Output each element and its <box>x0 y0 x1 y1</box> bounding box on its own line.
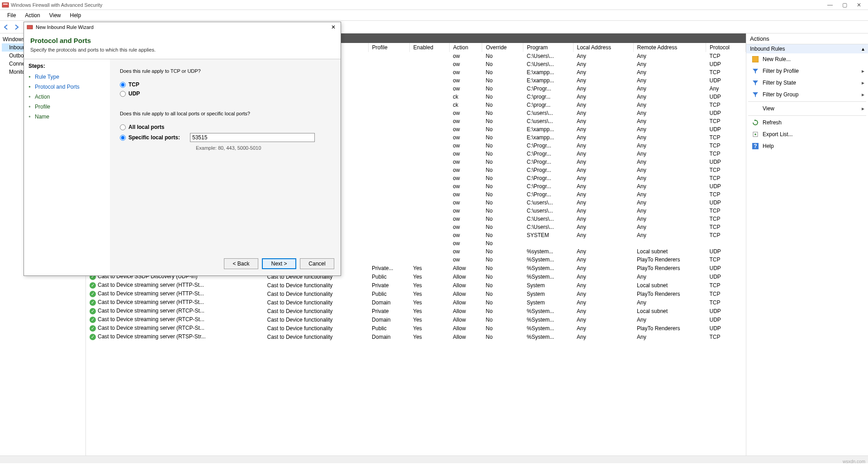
collapse-icon[interactable]: ▴ <box>862 46 864 52</box>
table-cell <box>368 60 409 68</box>
table-cell: TCP <box>706 298 746 307</box>
table-cell <box>368 101 409 109</box>
radio-all-ports[interactable] <box>120 124 126 130</box>
table-cell <box>633 239 706 247</box>
table-cell <box>409 247 449 256</box>
window-title: Windows Firewall with Advanced Security <box>11 2 823 8</box>
table-cell: Cast to Device functionality <box>264 307 369 315</box>
window-titlebar: Windows Firewall with Advanced Security … <box>0 0 868 10</box>
cancel-button[interactable]: Cancel <box>300 258 334 269</box>
column-header[interactable]: Protocol <box>706 43 746 52</box>
wizard-close-button[interactable]: ✕ <box>329 24 338 30</box>
step-rule-type[interactable]: Rule Type <box>28 72 105 82</box>
column-header[interactable]: Profile <box>368 43 409 52</box>
menu-view[interactable]: View <box>45 11 66 20</box>
forward-button[interactable] <box>12 23 21 32</box>
table-cell: TCP <box>706 281 746 289</box>
wizard-title-text: New Inbound Rule Wizard <box>36 24 329 30</box>
table-cell: No <box>482 76 523 85</box>
maximize-button[interactable]: ▢ <box>837 0 852 9</box>
chevron-right-icon: ▸ <box>862 68 864 74</box>
table-cell: Private <box>368 281 409 289</box>
table-row[interactable]: ✓Cast to Device streaming server (RTCP-S… <box>86 307 746 315</box>
table-cell: Any <box>573 281 633 289</box>
action-filter-state[interactable]: Filter by State ▸ <box>746 77 868 89</box>
column-header[interactable]: Remote Address <box>633 43 706 52</box>
table-cell: Yes <box>409 307 449 315</box>
radio-udp[interactable] <box>120 91 126 97</box>
table-cell: Any <box>573 52 633 60</box>
table-cell: Any <box>633 207 706 215</box>
table-cell <box>368 182 409 190</box>
wizard-icon <box>27 24 33 30</box>
table-cell: Any <box>573 182 633 190</box>
table-cell: C:\users\... <box>523 199 573 207</box>
table-cell: No <box>482 207 523 215</box>
action-export[interactable]: Export List... <box>746 128 868 140</box>
horizontal-scrollbar[interactable] <box>0 456 868 463</box>
table-cell <box>368 231 409 239</box>
action-filter-profile[interactable]: Filter by Profile ▸ <box>746 65 868 77</box>
column-header[interactable]: Enabled <box>409 43 449 52</box>
actions-title: Actions <box>746 33 868 44</box>
table-cell <box>368 150 409 158</box>
table-cell: TCP <box>706 52 746 60</box>
step-action[interactable]: Action <box>28 92 105 102</box>
table-cell: UDP <box>706 315 746 324</box>
radio-tcp-row[interactable]: TCP <box>120 80 331 89</box>
action-view[interactable]: View ▸ <box>746 103 868 114</box>
radio-specific-ports[interactable] <box>120 135 126 141</box>
back-button[interactable]: < Back <box>224 258 258 269</box>
table-cell: ✓Cast to Device streaming server (RTCP-S… <box>86 324 264 332</box>
next-button[interactable]: Next > <box>262 258 296 269</box>
table-row[interactable]: ✓Cast to Device streaming server (RTSP-S… <box>86 332 746 341</box>
action-filter-group[interactable]: Filter by Group ▸ <box>746 89 868 100</box>
step-profile[interactable]: Profile <box>28 102 105 112</box>
filter-icon <box>752 67 759 75</box>
table-cell <box>368 68 409 76</box>
table-cell: Yes <box>409 332 449 341</box>
action-help[interactable]: ? Help <box>746 140 868 152</box>
action-refresh[interactable]: Refresh <box>746 117 868 128</box>
radio-udp-row[interactable]: UDP <box>120 89 331 98</box>
column-header[interactable]: Program <box>523 43 573 52</box>
back-button[interactable] <box>2 23 11 32</box>
specific-ports-input[interactable] <box>190 133 315 142</box>
table-row[interactable]: ✓Cast to Device streaming server (RTCP-S… <box>86 324 746 332</box>
radio-all-ports-row[interactable]: All local ports <box>120 123 331 132</box>
column-header[interactable]: Override <box>482 43 523 52</box>
action-new-rule[interactable]: New Rule... <box>746 53 868 65</box>
enabled-check-icon: ✓ <box>90 334 96 340</box>
menu-file[interactable]: File <box>3 11 20 20</box>
table-cell: Yes <box>409 289 449 298</box>
table-cell: Any <box>633 272 706 281</box>
table-cell: UDP <box>706 324 746 332</box>
table-row[interactable]: ✓Cast to Device streaming server (RTCP-S… <box>86 315 746 324</box>
table-cell <box>409 215 449 223</box>
table-cell: No <box>482 150 523 158</box>
table-cell <box>409 125 449 133</box>
table-cell: No <box>482 85 523 93</box>
table-cell: No <box>482 289 523 298</box>
radio-specific-ports-row[interactable]: Specific local ports: <box>120 132 331 143</box>
table-row[interactable]: ✓Cast to Device streaming server (HTTP-S… <box>86 289 746 298</box>
close-button[interactable]: ✕ <box>852 0 866 9</box>
table-cell <box>409 133 449 142</box>
table-cell: ow <box>449 150 482 158</box>
table-cell: Allow <box>449 324 482 332</box>
table-cell: ✓Cast to Device streaming server (HTTP-S… <box>86 281 264 289</box>
step-protocol[interactable]: Protocol and Ports <box>28 82 105 92</box>
table-cell: Local subnet <box>633 281 706 289</box>
radio-tcp[interactable] <box>120 82 126 88</box>
table-row[interactable]: ✓Cast to Device streaming server (HTTP-S… <box>86 281 746 289</box>
table-row[interactable]: ✓Cast to Device streaming server (HTTP-S… <box>86 298 746 307</box>
table-cell: Any <box>633 68 706 76</box>
chevron-right-icon: ▸ <box>862 105 864 112</box>
minimize-button[interactable]: — <box>823 0 837 9</box>
step-name[interactable]: Name <box>28 112 105 122</box>
column-header[interactable]: Action <box>449 43 482 52</box>
menu-help[interactable]: Help <box>66 11 86 20</box>
table-cell: UDP <box>706 60 746 68</box>
column-header[interactable]: Local Address <box>573 43 633 52</box>
menu-action[interactable]: Action <box>20 11 44 20</box>
